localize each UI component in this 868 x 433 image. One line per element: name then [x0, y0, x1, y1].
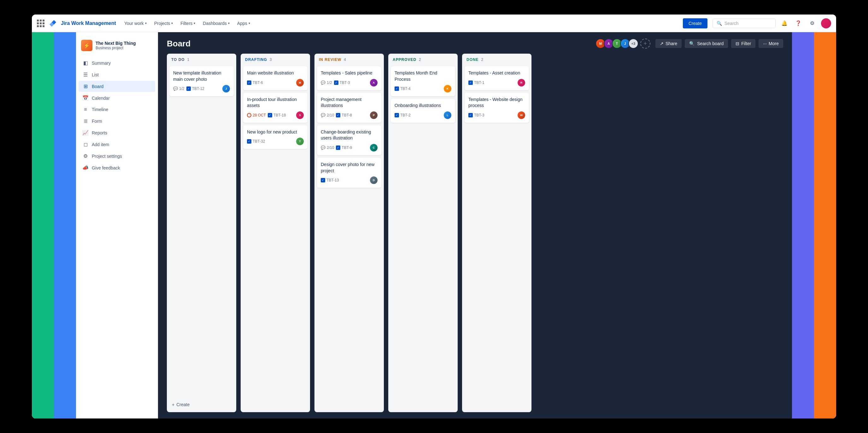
help-button[interactable]: ❓ [793, 18, 803, 28]
nav-filters[interactable]: Filters ▾ [177, 19, 198, 28]
search-board-button[interactable]: 🔍 Search board [685, 39, 728, 48]
card-done-2[interactable]: Templates - Website design process ✓ TBT… [465, 93, 529, 123]
board-icon: ⊞ [82, 83, 89, 89]
form-icon: ≣ [82, 118, 89, 124]
jira-logo[interactable]: Jira Work Management [50, 19, 116, 28]
left-strip-1 [32, 32, 54, 418]
user-avatar[interactable] [821, 18, 831, 28]
search-placeholder: Search [724, 21, 738, 26]
nav-apps[interactable]: Apps ▾ [234, 19, 253, 28]
calendar-icon: 📅 [82, 95, 89, 101]
nav-projects[interactable]: Projects ▾ [151, 19, 176, 28]
column-review-count: 4 [344, 57, 346, 62]
card-review-1[interactable]: Templates - Sales pipeline 💬 1/2 ✓ [317, 66, 381, 90]
column-approved-count: 2 [419, 57, 421, 62]
card-title: Main website illustration [247, 70, 304, 76]
sidebar-item-list[interactable]: ☰ List [79, 69, 155, 80]
card-meta: ✓ TBT-13 D [321, 176, 377, 184]
sidebar-item-give-feedback[interactable]: 📣 Give feedback [79, 162, 155, 173]
card-id: ✓ TBT-32 [247, 139, 265, 144]
list-icon: ☰ [82, 71, 89, 78]
subtask-icon: 💬 [321, 113, 326, 117]
column-todo-header: TO DO 1 [167, 54, 236, 65]
card-meta: ✓ TBT-6 M [247, 79, 304, 86]
sidebar-label-reports: Reports [92, 131, 107, 135]
column-drafting-header: DRAFTING 3 [241, 54, 310, 65]
filter-button[interactable]: ⊟ Filter [731, 39, 755, 48]
sidebar-item-project-settings[interactable]: ⚙ Project settings [79, 150, 155, 162]
check-icon: ✓ [468, 113, 473, 117]
grid-menu-icon[interactable] [37, 20, 44, 27]
check-icon: ✓ [321, 178, 325, 182]
card-title: Onboarding illustrations [395, 103, 451, 109]
notifications-button[interactable]: 🔔 [779, 18, 789, 28]
create-button[interactable]: Create [683, 18, 708, 28]
board-title: Board [167, 39, 590, 49]
column-drafting-count: 3 [270, 57, 272, 62]
settings-icon: ⚙ [82, 153, 89, 159]
sidebar: ⚡ The Next Big Thing Business project ◧ … [76, 32, 158, 418]
sidebar-item-add-item[interactable]: ◻ Add item [79, 139, 155, 150]
card-avatar: L [444, 111, 451, 119]
column-todo-cards: New template illustration main cover pho… [167, 65, 236, 398]
card-tbt-12[interactable]: New template illustration main cover pho… [169, 66, 234, 96]
sidebar-label-add-item: Add item [92, 142, 109, 147]
project-name: The Next Big Thing [96, 41, 136, 46]
sidebar-item-reports[interactable]: 📈 Reports [79, 127, 155, 138]
card-tbt-6[interactable]: Main website illustration ✓ TBT-6 M [243, 66, 308, 90]
column-drafting: DRAFTING 3 Main website illustration ✓ T… [241, 54, 310, 412]
card-avatar: D [370, 176, 377, 184]
nav-your-work[interactable]: Your work ▾ [121, 19, 150, 28]
card-tags: 💬 1/2 ✓ TBT-3 [321, 81, 350, 85]
main-content: Board M A T J +3 + ↗ Share 🔍 Se [158, 32, 792, 418]
summary-icon: ◧ [82, 60, 89, 66]
settings-button[interactable]: ⚙ [807, 18, 817, 28]
card-id: ✓ TBT-2 [395, 113, 411, 117]
share-icon: ↗ [660, 41, 663, 46]
card-avatar: T [296, 138, 304, 145]
card-meta: 💬 1/2 ✓ TBT-12 J [173, 85, 230, 92]
more-button[interactable]: ··· More [758, 39, 783, 48]
sidebar-item-summary[interactable]: ◧ Summary [79, 57, 155, 68]
check-icon: ✓ [334, 81, 338, 85]
column-todo-label: TO DO [171, 57, 185, 62]
add-assignee-button[interactable]: + [640, 38, 650, 49]
card-meta: 💬 2/10 ✓ TBT-9 C [321, 144, 377, 151]
column-approved: APPROVED 2 Templates Month End Process ✓… [388, 54, 458, 412]
avatar-count[interactable]: +3 [628, 38, 639, 49]
card-tags: 💬 2/10 ✓ TBT-8 [321, 113, 352, 117]
project-icon: ⚡ [81, 40, 92, 51]
top-nav: Jira Work Management Your work ▾ Project… [32, 15, 836, 32]
card-tbt-2[interactable]: Onboarding illustrations ✓ TBT-2 L [391, 99, 455, 123]
share-button[interactable]: ↗ Share [655, 39, 682, 48]
nav-dashboards[interactable]: Dashboards ▾ [200, 19, 233, 28]
card-review-2[interactable]: Project management illustrations 💬 2/10 … [317, 93, 381, 123]
chevron-icon: ▾ [194, 22, 195, 25]
sidebar-label-timeline: Timeline [92, 107, 108, 112]
chevron-icon: ▾ [228, 22, 229, 25]
card-id: ✓ TBT-3 [468, 113, 485, 117]
card-meta: ✓ TBT-1 R [468, 79, 525, 86]
sidebar-item-calendar[interactable]: 📅 Calendar [79, 92, 155, 104]
sidebar-item-timeline[interactable]: ≡ Timeline [79, 104, 155, 115]
column-drafting-cards: Main website illustration ✓ TBT-6 M In-p… [241, 65, 310, 412]
create-card-button[interactable]: + Create [170, 401, 232, 408]
subtask-icon: 💬 [173, 86, 178, 91]
global-search[interactable]: 🔍 Search [713, 19, 776, 28]
card-tbt-4[interactable]: Templates Month End Process ✓ TBT-4 K [391, 66, 455, 96]
card-tbt-1[interactable]: Templates - Asset creation ✓ TBT-1 R [465, 66, 529, 90]
sidebar-item-form[interactable]: ≣ Form [79, 116, 155, 126]
board-actions: ↗ Share 🔍 Search board ⊟ Filter ··· More [655, 39, 783, 48]
card-title: Project management illustrations [321, 96, 377, 109]
card-avatar: C [370, 144, 377, 151]
card-tbt-32[interactable]: New logo for new product ✓ TBT-32 T [243, 125, 308, 149]
card-tbt-18[interactable]: In-product tour illustration assets ! 28… [243, 93, 308, 123]
card-tags: 💬 1/2 ✓ TBT-12 [173, 86, 205, 91]
subtask-count: 💬 1/2 [173, 86, 185, 91]
sidebar-item-board[interactable]: ⊞ Board [79, 81, 155, 92]
card-id: ✓ TBT-4 [395, 86, 411, 91]
subtask-count: 💬 1/2 [321, 81, 332, 85]
card-review-3[interactable]: Change-boarding existing users illustrat… [317, 125, 381, 155]
column-done-count: 2 [481, 57, 484, 62]
card-review-4[interactable]: Design cover photo for new project ✓ TBT… [317, 158, 381, 188]
